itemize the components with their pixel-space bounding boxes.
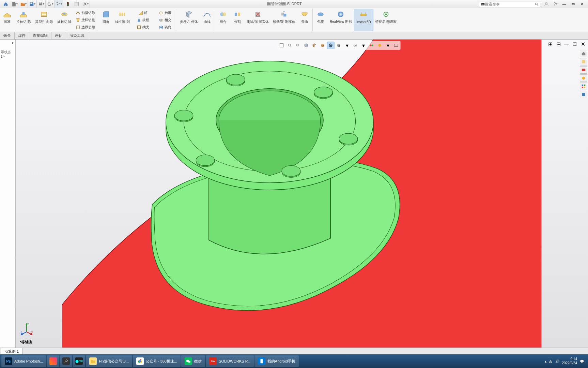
ribbon-macro[interactable]: 特征名 翻译宏 (373, 9, 399, 31)
home-icon[interactable] (1, 0, 10, 8)
ribbon-draft[interactable]: 拔模 (137, 17, 149, 23)
tab-render[interactable]: 渲染工具 (66, 32, 88, 39)
rebuild-icon[interactable]: ▾ (46, 0, 55, 8)
ribbon-split[interactable]: 分割 (230, 9, 245, 31)
minimize-button[interactable]: — (561, 1, 568, 7)
ribbon-flex[interactable]: 弯曲 (297, 9, 312, 31)
tb-explorer[interactable]: H:\微信公众号\0... (86, 355, 132, 367)
close-button[interactable]: ✕ (578, 1, 585, 7)
svg-point-61 (226, 74, 245, 85)
feature-tree-panel[interactable]: ▸ 示状态 1> (0, 40, 16, 348)
tab-weldments[interactable]: 焊件 (15, 32, 29, 39)
ribbon-extrude-cut[interactable]: 拉伸切 除 (14, 9, 33, 31)
ribbon-revolve-cut[interactable]: 旋转切 除 (55, 9, 74, 31)
tp-resources-icon[interactable] (580, 58, 587, 65)
tray-network-icon[interactable]: 🖧 (549, 359, 553, 363)
tb-ok-app[interactable]: ⬤OK (73, 355, 85, 367)
new-file-icon[interactable]: ▾ (10, 0, 19, 8)
ribbon-rib[interactable]: 筋 (138, 10, 148, 16)
previous-view-icon[interactable] (294, 42, 302, 49)
ribbon-ref-geometry[interactable]: 参考几 何体 (178, 9, 200, 31)
ribbon-delete-body[interactable]: 删除/保 留实体 (245, 9, 271, 31)
shaded-icon[interactable] (335, 42, 343, 49)
system-tray[interactable]: ▴ 🖧 🔊 9:14 2022/9/24 💬 (545, 357, 587, 365)
tp-file-explorer-icon[interactable] (580, 74, 587, 82)
model-render (16, 40, 588, 348)
expand-tree-icon[interactable]: ▸ (12, 40, 14, 45)
screen-capture-icon[interactable] (392, 42, 400, 49)
ribbon-curves[interactable]: 曲线 (200, 9, 214, 31)
graphics-viewport[interactable]: ▾ ▾ ▾ ⊞ ⊟ — □ ✕ (16, 40, 588, 348)
ribbon-linear-pattern[interactable]: 线性阵 列 (113, 9, 132, 31)
svg-rect-28 (235, 13, 237, 16)
settings-icon[interactable]: ▾ (81, 0, 90, 8)
motion-study-tab[interactable]: 动算例 1 (1, 348, 22, 355)
tray-up-icon[interactable]: ▴ (545, 359, 546, 363)
tp-appearances-icon[interactable] (580, 91, 587, 98)
ribbon-combine[interactable]: 组合 (216, 9, 230, 31)
ribbon-realview[interactable]: RealView 图形 (328, 9, 354, 31)
open-file-icon[interactable]: ▾ (19, 0, 28, 8)
vp-maximize-icon[interactable]: □ (571, 40, 578, 48)
search-input[interactable] (485, 2, 535, 6)
vp-close-icon[interactable]: ✕ (579, 40, 587, 48)
ribbon-swept-cut[interactable]: 扫描切除 (76, 10, 95, 16)
tb-photoshop[interactable]: PsAdobe Photosh... (1, 355, 46, 367)
tb-browser1[interactable] (47, 355, 59, 367)
render-tools-icon[interactable] (376, 42, 384, 49)
ribbon-boundary-cut[interactable]: 边界切除 (76, 24, 95, 30)
search-box[interactable] (479, 1, 540, 7)
zoom-area-icon[interactable] (286, 42, 294, 49)
zoom-fit-icon[interactable] (278, 42, 285, 49)
ribbon-hole-wizard[interactable]: 异型孔 向导 (33, 9, 55, 31)
tb-360browser[interactable]: 公众号 - 360极速... (133, 355, 181, 367)
section-view-icon[interactable] (303, 42, 310, 49)
tb-phone-link[interactable]: 我的Android手机 (254, 355, 299, 367)
traffic-light-icon[interactable] (63, 0, 72, 8)
tab-sheetmetal[interactable]: 钣金 (0, 32, 15, 39)
ribbon-wrap[interactable]: 包覆 (159, 10, 171, 16)
ribbon-instant3d[interactable]: Instant3D (354, 9, 373, 31)
select-icon[interactable]: ▾ (55, 0, 63, 8)
maximize-button[interactable]: ▭ (570, 1, 576, 7)
tab-direct-edit[interactable]: 直接编辑 (29, 32, 51, 39)
ribbon-fillet[interactable]: 圆角 (99, 9, 113, 31)
svg-rect-53 (584, 87, 585, 88)
view-orientation-icon[interactable] (311, 42, 318, 49)
vp-split2-icon[interactable]: ⊟ (555, 40, 562, 48)
tab-evaluate[interactable]: 评估 (51, 32, 66, 39)
tray-clock[interactable]: 9:14 2022/9/24 (562, 357, 577, 365)
apply-scene-icon[interactable]: ▾ (360, 42, 367, 49)
vp-split-icon[interactable]: ⊞ (546, 40, 554, 48)
edit-appearance-icon[interactable] (352, 42, 359, 49)
ribbon-boss[interactable]: 基准 (0, 9, 14, 31)
save-icon[interactable]: ▾ (28, 0, 37, 8)
tb-search-app[interactable] (60, 355, 72, 367)
tb-wechat[interactable]: 微信 (181, 355, 205, 367)
print-icon[interactable]: ▾ (37, 0, 46, 8)
user-icon[interactable] (543, 1, 550, 7)
ribbon-shell[interactable]: 抽壳 (137, 24, 149, 30)
ribbon-intersect[interactable]: 相交 (159, 17, 171, 23)
ribbon-mirror[interactable]: 镜向 (159, 24, 171, 30)
ribbon-wrap2[interactable]: 包覆 (313, 9, 328, 31)
tray-notifications-icon[interactable]: 💬 (580, 359, 584, 363)
help-icon[interactable]: ?▾ (552, 1, 559, 7)
ribbon-move-body[interactable]: 移动/复 制实体 (271, 9, 297, 31)
view-toolbar-more[interactable]: ▾ (384, 42, 392, 49)
tp-design-library-icon[interactable] (580, 66, 587, 74)
hide-show-icon[interactable]: ▾ (343, 42, 351, 49)
tp-view-palette-icon[interactable] (580, 83, 587, 90)
view-settings-icon[interactable] (368, 42, 375, 49)
display-style-icon[interactable] (319, 42, 326, 49)
options-icon[interactable] (72, 0, 81, 8)
shaded-with-edges-icon[interactable] (327, 42, 335, 49)
tb-solidworks[interactable]: SWSOLIDWORKS P... (206, 355, 254, 367)
tray-volume-icon[interactable]: 🔊 (555, 359, 559, 363)
ribbon-loft-cut[interactable]: 放样切割 (76, 17, 95, 23)
orientation-triad[interactable]: Y X Z (20, 322, 33, 337)
vp-minimize-icon[interactable]: — (563, 40, 570, 48)
tp-home-icon[interactable] (580, 50, 587, 57)
svg-rect-87 (260, 359, 263, 363)
svg-rect-52 (582, 87, 583, 88)
